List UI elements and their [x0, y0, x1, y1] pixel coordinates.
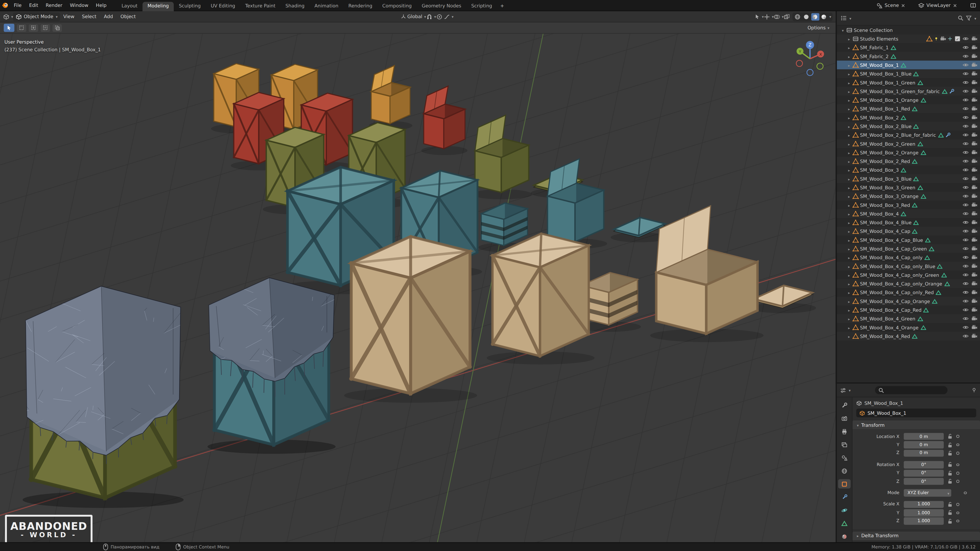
expand-arrow-icon[interactable]: ▸ — [846, 80, 852, 85]
hide-viewport-eye-icon[interactable] — [963, 289, 969, 295]
animate-dot-icon[interactable] — [956, 511, 959, 514]
disable-render-camera-icon[interactable] — [971, 71, 977, 77]
animate-dot-icon[interactable] — [956, 435, 959, 438]
unlink-scene-icon[interactable] — [901, 3, 906, 8]
shading-rendered-button[interactable] — [820, 13, 828, 20]
hide-viewport-eye-icon[interactable] — [963, 106, 969, 112]
expand-arrow-icon[interactable]: ▸ — [846, 308, 852, 312]
workspace-tab-geometry-nodes[interactable]: Geometry Nodes — [417, 2, 466, 11]
hide-viewport-eye-icon[interactable] — [963, 62, 969, 68]
properties-tab-world[interactable] — [838, 466, 851, 475]
transform-value-field[interactable]: 0 m — [904, 450, 944, 457]
hide-viewport-eye-icon[interactable] — [963, 263, 969, 269]
expand-arrow-icon[interactable]: ▸ — [846, 150, 852, 155]
hide-viewport-eye-icon[interactable] — [963, 281, 969, 287]
active-tool-select-box-button[interactable] — [4, 24, 14, 32]
viewport-3d[interactable]: User Perspective (237) Scene Collection … — [0, 34, 835, 542]
disable-render-camera-icon[interactable] — [971, 114, 977, 121]
properties-tab-tool[interactable] — [838, 400, 851, 410]
proportional-edit-toggle[interactable]: ▾ — [436, 14, 454, 20]
disable-render-camera-icon[interactable] — [971, 106, 977, 112]
properties-tab-physics[interactable] — [838, 505, 851, 515]
disable-render-camera-icon[interactable] — [971, 123, 977, 129]
viewlayer-selector[interactable]: ViewLayer — [926, 3, 951, 8]
outliner-row-object[interactable]: ▸SM_Wood_Box_4_Cap_only_Green — [837, 270, 980, 279]
select-mode-subtract-button[interactable] — [41, 24, 50, 32]
disable-render-camera-icon[interactable] — [971, 62, 977, 68]
outliner-row-object[interactable]: ▸SM_Wood_Box_1_Red — [837, 104, 980, 113]
animate-dot-icon[interactable] — [956, 463, 959, 466]
outliner-row-object[interactable]: ▸SM_Fabric_1 — [837, 43, 980, 52]
lock-icon[interactable] — [945, 433, 955, 439]
outliner-row-object[interactable]: ▸SM_Wood_Box_4_Green — [837, 314, 980, 323]
hide-viewport-eye-icon[interactable] — [963, 219, 969, 225]
scene-selector[interactable]: Scene — [885, 3, 899, 8]
snap-toggle[interactable]: ▾ — [426, 14, 436, 20]
transform-value-field[interactable]: 0° — [904, 478, 944, 485]
disable-render-camera-icon[interactable] — [971, 79, 977, 86]
properties-tab-object-data[interactable] — [838, 519, 851, 528]
disable-render-camera-icon[interactable] — [971, 289, 977, 295]
outliner-row-object[interactable]: ▸SM_Wood_Box_1_Green — [837, 78, 980, 87]
outliner-row-object[interactable]: ▸SM_Wood_Box_3_Green — [837, 183, 980, 192]
lock-icon[interactable] — [945, 462, 955, 468]
disable-render-camera-icon[interactable] — [971, 44, 977, 51]
hide-viewport-eye-icon[interactable] — [963, 193, 969, 199]
outliner-row-object[interactable]: ▸SM_Wood_Box_4_Cap_only_Orange — [837, 279, 980, 288]
menu-help[interactable]: Help — [92, 3, 110, 8]
outliner-row-object[interactable]: ▸SM_Wood_Box_4_Cap — [837, 227, 980, 235]
gizmo-neg-z-axis[interactable] — [807, 69, 813, 76]
transform-value-field[interactable]: 0° — [904, 461, 944, 468]
hide-viewport-eye-icon[interactable] — [963, 306, 969, 313]
outliner-row-object[interactable]: ▸SM_Wood_Box_3_Red — [837, 200, 980, 209]
disable-render-camera-icon[interactable] — [971, 237, 977, 243]
transform-value-field[interactable]: 1.000 — [904, 509, 944, 516]
expand-arrow-icon[interactable]: ▸ — [846, 159, 852, 163]
hide-viewport-eye-icon[interactable] — [963, 79, 969, 86]
lock-icon[interactable] — [945, 510, 955, 516]
outliner-search-icon[interactable] — [958, 15, 964, 21]
disable-render-camera-icon[interactable] — [971, 254, 977, 260]
expand-arrow-icon[interactable]: ▸ — [846, 334, 852, 338]
shading-solid-button[interactable] — [802, 13, 811, 20]
object-name-field[interactable]: SM_Wood_Box_1 — [856, 409, 976, 417]
outliner-row-object[interactable]: ▸SM_Wood_Box_4 — [837, 209, 980, 218]
properties-editor-icon[interactable] — [840, 387, 846, 393]
workspace-tab-sculpting[interactable]: Sculpting — [174, 2, 206, 11]
disable-render-camera-icon[interactable] — [971, 158, 977, 164]
outliner-row-object[interactable]: ▸SM_Wood_Box_4_Cap_only_Red — [837, 288, 980, 297]
disable-render-camera-icon[interactable] — [971, 210, 977, 217]
shading-material-button[interactable] — [811, 13, 819, 20]
disable-render-camera-icon[interactable] — [971, 132, 977, 138]
expand-arrow-icon[interactable]: ▸ — [846, 133, 852, 137]
select-mode-intersect-button[interactable] — [52, 24, 62, 32]
outliner-row-object[interactable]: ▸SM_Wood_Box_4_Red — [837, 332, 980, 340]
expand-arrow-icon[interactable]: ▸ — [846, 246, 852, 251]
workspace-tab-layout[interactable]: Layout — [117, 2, 143, 11]
disable-render-camera-icon[interactable] — [971, 97, 977, 103]
outliner-row-object[interactable]: ▸SM_Wood_Box_3_Blue — [837, 174, 980, 183]
hide-viewport-eye-icon[interactable] — [963, 228, 969, 234]
disable-render-camera-icon[interactable] — [971, 298, 977, 304]
animate-dot-icon[interactable] — [956, 452, 959, 454]
disable-render-camera-icon[interactable] — [971, 202, 977, 208]
outliner-row-object[interactable]: ▸SM_Wood_Box_4_Cap_Red — [837, 306, 980, 314]
workspace-tab-texture-paint[interactable]: Texture Paint — [240, 2, 280, 11]
workspace-tab-modeling[interactable]: Modeling — [142, 2, 174, 11]
outliner-row-object[interactable]: ▸SM_Fabric_2 — [837, 52, 980, 60]
workspace-tab-animation[interactable]: Animation — [310, 2, 344, 11]
disable-render-camera-icon[interactable] — [971, 333, 977, 339]
workspace-tab-compositing[interactable]: Compositing — [377, 2, 417, 11]
gizmos-toggle[interactable]: ▾ — [764, 14, 774, 20]
hide-viewport-eye-icon[interactable] — [963, 141, 969, 147]
expand-arrow-icon[interactable]: ▸ — [846, 299, 852, 303]
hide-viewport-eye-icon[interactable] — [963, 254, 969, 260]
disable-render-camera-icon[interactable] — [971, 306, 977, 313]
pin-icon[interactable] — [971, 387, 977, 393]
expand-arrow-icon[interactable]: ▸ — [846, 45, 852, 50]
viewport-menu-object[interactable]: Object — [118, 14, 139, 19]
navigation-gizmo[interactable]: Z Y X — [791, 38, 831, 78]
disable-render-camera-icon[interactable] — [971, 324, 977, 330]
hide-viewport-eye-icon[interactable] — [963, 210, 969, 217]
outliner-row-object[interactable]: ▸SM_Wood_Box_2_Red — [837, 157, 980, 165]
